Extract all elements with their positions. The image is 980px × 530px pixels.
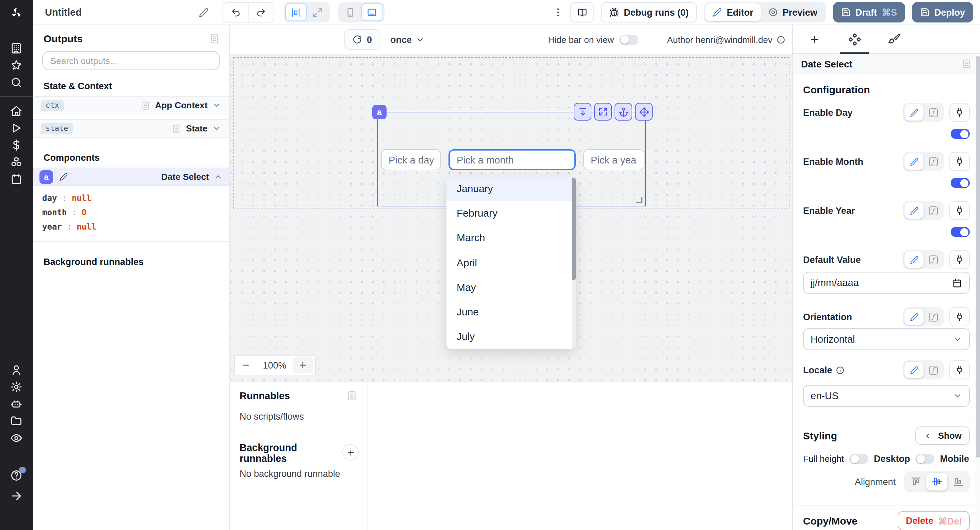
global-styling-tab[interactable] <box>875 25 915 53</box>
full-height-toggle[interactable] <box>850 454 869 464</box>
locale-static-button[interactable] <box>904 362 924 378</box>
ai-bot-icon[interactable] <box>10 398 22 410</box>
pick-day-input[interactable] <box>381 149 441 170</box>
enable-year-eval-button[interactable]: ƒ <box>924 202 943 219</box>
month-option[interactable]: March <box>447 226 576 251</box>
deploy-button[interactable]: Deploy <box>912 2 973 22</box>
align-bottom-icon[interactable] <box>947 473 969 490</box>
component-settings-tab[interactable] <box>834 25 875 53</box>
move-handle-icon[interactable] <box>635 103 653 121</box>
variables-dollar-icon[interactable] <box>10 139 22 151</box>
runs-play-icon[interactable] <box>10 121 22 134</box>
zoom-out-button[interactable] <box>235 357 256 373</box>
undo-button[interactable] <box>223 2 248 22</box>
favorites-star-icon[interactable] <box>10 59 22 71</box>
default-value-static-button[interactable] <box>904 251 924 268</box>
outputs-doc-icon[interactable] <box>209 33 220 44</box>
run-mode-dropdown[interactable]: once <box>390 34 425 45</box>
expand-down-handle-icon[interactable] <box>574 103 592 121</box>
enable-day-static-button[interactable] <box>904 104 924 121</box>
locale-info-icon[interactable] <box>836 366 845 374</box>
add-background-runnable-button[interactable] <box>342 444 359 461</box>
orientation-select[interactable]: Horizontal <box>803 328 970 350</box>
runnables-doc-icon[interactable] <box>347 390 357 401</box>
desktop-preview-button[interactable] <box>361 3 383 21</box>
state-output-row[interactable]: state State <box>33 119 229 137</box>
home-icon[interactable] <box>10 105 22 117</box>
month-option[interactable]: June <box>447 300 576 324</box>
enable-day-connect-plug-icon[interactable] <box>950 103 970 122</box>
default-value-eval-button[interactable]: ƒ <box>924 251 943 268</box>
enable-month-toggle[interactable] <box>951 178 970 188</box>
month-option[interactable]: April <box>447 251 576 275</box>
fullscreen-layout-button[interactable] <box>307 3 329 21</box>
desktop-toggle[interactable] <box>916 454 935 464</box>
help-icon[interactable] <box>10 469 22 482</box>
orientation-static-button[interactable] <box>904 309 924 325</box>
settings-scrollbar[interactable] <box>975 54 980 530</box>
edit-title-pencil-icon[interactable] <box>199 7 209 18</box>
docs-book-button[interactable] <box>570 2 594 22</box>
zoom-in-button[interactable] <box>293 357 313 373</box>
enable-day-toggle[interactable] <box>951 129 970 139</box>
month-option[interactable]: July <box>447 324 576 349</box>
schedules-calendar-icon[interactable] <box>10 173 22 185</box>
expand-handle-icon[interactable] <box>594 103 612 121</box>
orientation-eval-button[interactable]: ƒ <box>924 309 943 325</box>
expand-sidebar-icon[interactable] <box>10 490 22 502</box>
component-a-row[interactable]: a Date Select <box>33 168 229 186</box>
windmill-logo[interactable] <box>0 0 33 25</box>
redo-button[interactable] <box>248 2 274 22</box>
settings-gear-icon[interactable] <box>10 381 22 393</box>
enable-year-connect-plug-icon[interactable] <box>950 201 970 220</box>
search-icon[interactable] <box>10 76 22 88</box>
component-doc-icon[interactable] <box>962 59 972 69</box>
refresh-counter-button[interactable]: 0 <box>344 29 380 50</box>
locale-connect-plug-icon[interactable] <box>950 360 970 380</box>
anchor-handle-icon[interactable] <box>614 103 632 121</box>
align-top-icon[interactable] <box>905 473 926 490</box>
workspace-icon[interactable] <box>10 42 22 54</box>
month-option[interactable]: May <box>447 275 576 300</box>
align-center-icon[interactable] <box>926 473 947 490</box>
locale-select[interactable]: en-US <box>803 385 970 407</box>
centered-layout-button[interactable] <box>285 3 307 21</box>
resources-boxes-icon[interactable] <box>10 156 22 168</box>
author-info-icon[interactable] <box>776 35 785 44</box>
more-menu-kebab-icon[interactable] <box>552 7 563 18</box>
preview-tab[interactable]: Preview <box>761 3 825 21</box>
show-styling-button[interactable]: Show <box>916 426 970 445</box>
insert-component-tab[interactable] <box>794 25 834 53</box>
pick-year-input[interactable] <box>583 149 644 170</box>
default-value-date-input[interactable]: jj/mm/aaaa <box>803 272 970 294</box>
state-chevron-down-icon[interactable] <box>212 124 221 133</box>
editor-tab[interactable]: Editor <box>705 3 761 21</box>
rename-component-pencil-icon[interactable] <box>59 172 68 181</box>
mobile-preview-button[interactable] <box>340 3 361 21</box>
orientation-connect-plug-icon[interactable] <box>950 307 970 326</box>
ctx-output-row[interactable]: ctx App Context <box>33 96 229 115</box>
resize-handle[interactable] <box>636 197 643 203</box>
month-option[interactable]: February <box>447 201 576 225</box>
users-icon[interactable] <box>10 364 22 376</box>
enable-month-static-button[interactable] <box>904 153 924 170</box>
dropdown-scrollbar[interactable] <box>572 176 576 349</box>
enable-year-toggle[interactable] <box>951 227 970 237</box>
locale-eval-button[interactable]: ƒ <box>924 362 943 378</box>
app-canvas[interactable]: a January February March <box>230 54 792 382</box>
default-value-connect-plug-icon[interactable] <box>950 250 970 269</box>
audit-eye-icon[interactable] <box>10 432 22 444</box>
component-chevron-up-icon[interactable] <box>214 172 223 181</box>
search-outputs-input[interactable] <box>42 51 220 70</box>
folders-icon[interactable] <box>10 415 22 427</box>
delete-component-button[interactable]: Delete ⌘Del <box>898 511 970 530</box>
enable-month-eval-button[interactable]: ƒ <box>924 153 943 170</box>
enable-day-eval-button[interactable]: ƒ <box>924 104 943 121</box>
draft-button[interactable]: Draft⌘S <box>833 2 905 22</box>
ctx-chevron-down-icon[interactable] <box>212 101 221 110</box>
enable-month-connect-plug-icon[interactable] <box>950 152 970 171</box>
debug-runs-button[interactable]: Debug runs (0) <box>601 2 697 22</box>
pick-month-input[interactable] <box>449 149 576 170</box>
hide-bar-toggle[interactable] <box>619 34 638 45</box>
enable-year-static-button[interactable] <box>904 202 924 219</box>
